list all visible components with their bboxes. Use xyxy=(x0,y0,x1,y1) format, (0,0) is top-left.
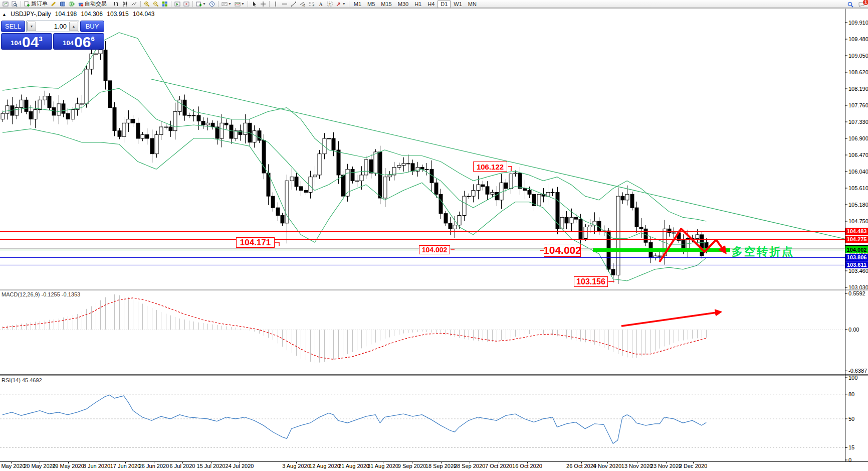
timeframe-MN-button[interactable]: MN xyxy=(465,0,480,8)
auto-scroll-button[interactable] xyxy=(173,0,182,8)
buy-price-pips: 06 xyxy=(74,35,91,49)
macd-tick-label: 0.5592 xyxy=(848,290,865,297)
horizontal-line-button[interactable] xyxy=(280,0,289,8)
tile-icon xyxy=(162,1,168,7)
data-window-button[interactable] xyxy=(10,0,19,8)
volume-decrease-button[interactable]: ▼ xyxy=(27,22,36,31)
buy-price-display[interactable]: 104 06 6 xyxy=(53,33,104,50)
date-tick-label: 24 Jul 2020 xyxy=(226,463,254,469)
zoom-in-button[interactable] xyxy=(142,0,151,8)
trendline-button[interactable] xyxy=(289,0,298,8)
volume-input[interactable]: 1.00 xyxy=(37,21,69,32)
new-order-button[interactable]: 新订单 xyxy=(23,0,49,8)
price-label-annotation[interactable]: 103.156 xyxy=(574,276,608,287)
vline-icon xyxy=(273,1,279,7)
timeframe-H4-button[interactable]: H4 xyxy=(424,0,438,8)
bollinger-bands xyxy=(3,33,706,281)
signal-icon xyxy=(69,1,75,7)
one-click-trading-panel: SELL ▼ 1.00 ▲ BUY 104 04 3 104 06 6 xyxy=(1,21,104,50)
tile-windows-button[interactable] xyxy=(160,0,169,8)
equidistant-channel-button[interactable]: E xyxy=(298,0,307,8)
auto-trading-button[interactable]: 自动交易 xyxy=(76,0,108,8)
sell-button[interactable]: SELL xyxy=(1,21,25,32)
price-axis-badge: 104.275 xyxy=(845,236,868,243)
price-label-annotation[interactable]: 106.122 xyxy=(473,162,507,172)
styler-button[interactable] xyxy=(49,0,58,8)
svg-text:F: F xyxy=(313,4,315,7)
zoom-out-button[interactable] xyxy=(151,0,160,8)
templates-button[interactable]: ▼ xyxy=(220,0,233,8)
hline-icon xyxy=(282,1,288,7)
dropdown-caret-icon: ▼ xyxy=(202,2,206,6)
timeframe-W1-button[interactable]: W1 xyxy=(451,0,465,8)
price-label-annotation[interactable]: 104.002 xyxy=(544,244,581,257)
line-chart-mode-button[interactable] xyxy=(130,0,139,8)
new-order-label: 新订单 xyxy=(31,1,48,7)
bollinger-upper xyxy=(3,33,706,221)
signals-button[interactable] xyxy=(67,0,76,8)
price-label-annotation[interactable]: 104.171 xyxy=(236,237,275,248)
svg-text:A: A xyxy=(319,1,323,7)
price-tick-label: 106.900 xyxy=(848,135,868,142)
main-toolbar: 新订单自动交易▼▼▼EFAT▼M1M5M15M30H1H4D1W1MN1 xyxy=(0,0,868,8)
fibonacci-button[interactable]: F xyxy=(307,0,316,8)
sell-price-pips: 04 xyxy=(22,35,39,49)
dropbox-icon xyxy=(222,1,228,7)
buy-button[interactable]: BUY xyxy=(80,21,104,32)
timeframe-M15-button[interactable]: M15 xyxy=(378,0,394,8)
linechart-icon xyxy=(131,1,137,7)
date-tick-label: 20 May 2020 xyxy=(24,463,56,469)
date-tick-label: 12 Aug 2020 xyxy=(309,463,340,469)
toolbar-separator xyxy=(269,1,270,7)
macd-trend-arrow[interactable] xyxy=(621,312,720,326)
chart-canvas[interactable] xyxy=(0,0,868,471)
rsi-tick-label: 50 xyxy=(848,416,854,422)
sell-price-base: 104 xyxy=(11,39,22,47)
timeframe-M1-button[interactable]: M1 xyxy=(351,0,364,8)
timeframe-D1-button[interactable]: D1 xyxy=(438,0,451,8)
arrow-objects-button[interactable]: ▼ xyxy=(334,0,347,8)
timeframe-M5-button[interactable]: M5 xyxy=(364,0,378,8)
clock-icon xyxy=(209,1,215,7)
market-watch-button[interactable] xyxy=(58,0,67,8)
volume-increase-button[interactable]: ▲ xyxy=(69,22,78,31)
price-tick-label: 103.460 xyxy=(848,268,868,274)
candlestick-series xyxy=(1,41,708,284)
turning-point-note[interactable]: 多空转折点 xyxy=(732,244,794,259)
sell-price-display[interactable]: 104 04 3 xyxy=(1,33,52,50)
date-tick-label: 28 Sep 2020 xyxy=(454,463,485,469)
bollinger-middle xyxy=(3,88,706,244)
rsi-tick-label: 100 xyxy=(848,375,857,381)
trading-terminal: ▲ USDJPY-,Daily 104.198 104.306 103.915 … xyxy=(0,0,868,471)
bar-chart-mode-button[interactable] xyxy=(112,0,121,8)
date-tick-label: 8 Jun 2020 xyxy=(83,463,110,469)
bollinger-lower xyxy=(3,129,706,281)
chart-shift-button[interactable] xyxy=(182,0,191,8)
book-icon xyxy=(60,1,66,7)
date-tick-label: 21 Aug 2020 xyxy=(338,463,369,469)
descending-trendline[interactable] xyxy=(151,79,845,239)
price-tick-label: 107.760 xyxy=(848,102,868,109)
date-tick-label: 1 May 2020 xyxy=(0,463,26,469)
text-label-button[interactable]: T xyxy=(325,0,334,8)
chart-window-button[interactable] xyxy=(1,0,10,8)
price-tick-label: 106.470 xyxy=(848,152,868,159)
cursor-button[interactable] xyxy=(250,0,259,8)
new-chart-button[interactable]: ▼ xyxy=(194,0,207,8)
toolbar-separator xyxy=(110,1,110,7)
price-label-annotation[interactable]: 104.002 xyxy=(419,245,450,254)
crosshair-button[interactable] xyxy=(259,0,268,8)
indicators-list-button[interactable]: ▼ xyxy=(233,0,246,8)
price-axis-badge: 103.611 xyxy=(845,261,868,268)
search-button[interactable] xyxy=(846,1,855,9)
collapse-arrow-icon[interactable]: ▲ xyxy=(2,12,7,17)
toolbar-separator xyxy=(349,1,349,7)
crosshair-icon xyxy=(260,1,266,7)
notifications-button[interactable]: 1 xyxy=(857,1,866,9)
vertical-line-button[interactable] xyxy=(271,0,280,8)
candlestick-mode-button[interactable] xyxy=(121,0,130,8)
period-clock-button[interactable] xyxy=(207,0,216,8)
timeframe-M30-button[interactable]: M30 xyxy=(395,0,411,8)
text-button[interactable]: A xyxy=(316,0,325,8)
timeframe-H1-button[interactable]: H1 xyxy=(411,0,424,8)
